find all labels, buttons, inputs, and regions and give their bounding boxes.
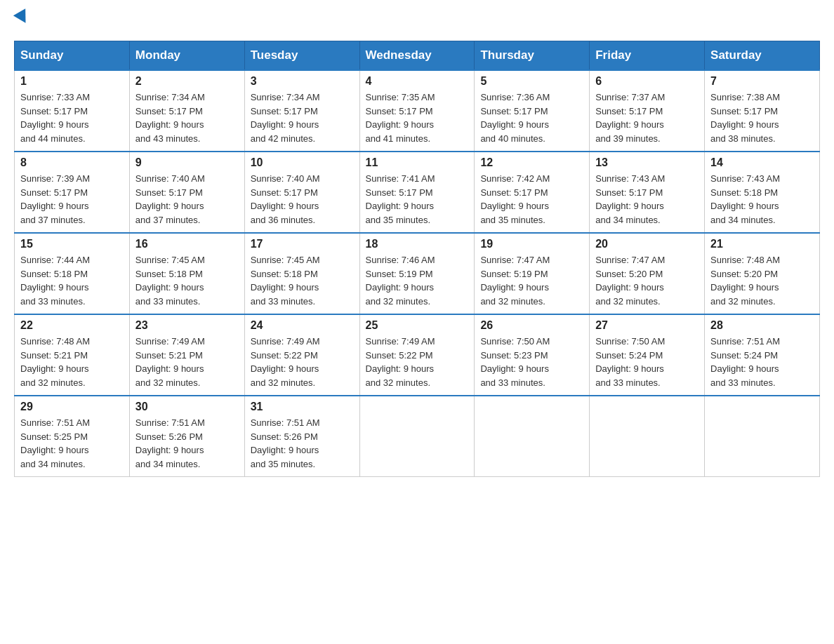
table-row bbox=[590, 396, 705, 477]
day-info: Sunrise: 7:39 AM Sunset: 5:17 PM Dayligh… bbox=[20, 172, 124, 227]
day-info: Sunrise: 7:49 AM Sunset: 5:21 PM Dayligh… bbox=[135, 335, 239, 389]
table-row: 14 Sunrise: 7:43 AM Sunset: 5:18 PM Dayl… bbox=[705, 152, 820, 233]
table-row: 19 Sunrise: 7:47 AM Sunset: 5:19 PM Dayl… bbox=[475, 233, 590, 314]
table-row: 7 Sunrise: 7:38 AM Sunset: 5:17 PM Dayli… bbox=[705, 70, 820, 152]
day-number: 25 bbox=[366, 319, 469, 332]
day-info: Sunrise: 7:43 AM Sunset: 5:18 PM Dayligh… bbox=[710, 172, 814, 227]
day-info: Sunrise: 7:45 AM Sunset: 5:18 PM Dayligh… bbox=[251, 253, 354, 308]
table-row: 5 Sunrise: 7:36 AM Sunset: 5:17 PM Dayli… bbox=[475, 70, 590, 152]
day-number: 3 bbox=[251, 75, 354, 88]
table-row: 8 Sunrise: 7:39 AM Sunset: 5:17 PM Dayli… bbox=[15, 152, 130, 233]
table-row: 17 Sunrise: 7:45 AM Sunset: 5:18 PM Dayl… bbox=[244, 233, 359, 314]
col-monday: Monday bbox=[129, 41, 244, 71]
day-number: 23 bbox=[135, 319, 239, 332]
day-info: Sunrise: 7:43 AM Sunset: 5:17 PM Dayligh… bbox=[595, 172, 699, 227]
table-row bbox=[475, 396, 590, 477]
day-info: Sunrise: 7:35 AM Sunset: 5:17 PM Dayligh… bbox=[366, 90, 469, 145]
table-row: 6 Sunrise: 7:37 AM Sunset: 5:17 PM Dayli… bbox=[590, 70, 705, 152]
day-number: 16 bbox=[135, 238, 239, 250]
day-info: Sunrise: 7:36 AM Sunset: 5:17 PM Dayligh… bbox=[480, 90, 583, 145]
day-info: Sunrise: 7:34 AM Sunset: 5:17 PM Dayligh… bbox=[135, 90, 239, 145]
col-tuesday: Tuesday bbox=[244, 41, 359, 71]
day-info: Sunrise: 7:33 AM Sunset: 5:17 PM Dayligh… bbox=[20, 90, 124, 145]
day-info: Sunrise: 7:49 AM Sunset: 5:22 PM Dayligh… bbox=[251, 335, 354, 389]
calendar-table: Sunday Monday Tuesday Wednesday Thursday… bbox=[14, 41, 820, 477]
table-row: 27 Sunrise: 7:50 AM Sunset: 5:24 PM Dayl… bbox=[590, 314, 705, 396]
day-info: Sunrise: 7:48 AM Sunset: 5:21 PM Dayligh… bbox=[20, 335, 124, 389]
table-row: 21 Sunrise: 7:48 AM Sunset: 5:20 PM Dayl… bbox=[705, 233, 820, 314]
table-row: 11 Sunrise: 7:41 AM Sunset: 5:17 PM Dayl… bbox=[359, 152, 475, 233]
day-number: 27 bbox=[595, 319, 699, 332]
day-number: 1 bbox=[20, 75, 124, 88]
day-info: Sunrise: 7:34 AM Sunset: 5:17 PM Dayligh… bbox=[251, 90, 354, 145]
day-number: 14 bbox=[710, 156, 814, 169]
day-info: Sunrise: 7:51 AM Sunset: 5:26 PM Dayligh… bbox=[135, 416, 239, 471]
table-row: 4 Sunrise: 7:35 AM Sunset: 5:17 PM Dayli… bbox=[359, 70, 475, 152]
col-wednesday: Wednesday bbox=[359, 41, 475, 71]
day-number: 24 bbox=[251, 319, 354, 332]
table-row: 25 Sunrise: 7:49 AM Sunset: 5:22 PM Dayl… bbox=[359, 314, 475, 396]
calendar-header-row: Sunday Monday Tuesday Wednesday Thursday… bbox=[15, 41, 820, 71]
day-number: 28 bbox=[710, 319, 814, 332]
day-number: 8 bbox=[20, 156, 124, 169]
col-thursday: Thursday bbox=[475, 41, 590, 71]
col-friday: Friday bbox=[590, 41, 705, 71]
week-row-3: 15 Sunrise: 7:44 AM Sunset: 5:18 PM Dayl… bbox=[15, 233, 820, 314]
day-number: 13 bbox=[595, 156, 699, 169]
day-info: Sunrise: 7:50 AM Sunset: 5:23 PM Dayligh… bbox=[480, 335, 583, 389]
day-number: 10 bbox=[251, 156, 354, 169]
day-info: Sunrise: 7:45 AM Sunset: 5:18 PM Dayligh… bbox=[135, 253, 239, 308]
day-info: Sunrise: 7:50 AM Sunset: 5:24 PM Dayligh… bbox=[595, 335, 699, 389]
table-row: 3 Sunrise: 7:34 AM Sunset: 5:17 PM Dayli… bbox=[244, 70, 359, 152]
table-row: 22 Sunrise: 7:48 AM Sunset: 5:21 PM Dayl… bbox=[15, 314, 130, 396]
day-info: Sunrise: 7:47 AM Sunset: 5:19 PM Dayligh… bbox=[480, 253, 583, 308]
day-info: Sunrise: 7:37 AM Sunset: 5:17 PM Dayligh… bbox=[595, 90, 699, 145]
table-row: 28 Sunrise: 7:51 AM Sunset: 5:24 PM Dayl… bbox=[705, 314, 820, 396]
day-number: 9 bbox=[135, 156, 239, 169]
table-row: 2 Sunrise: 7:34 AM Sunset: 5:17 PM Dayli… bbox=[129, 70, 244, 152]
table-row: 10 Sunrise: 7:40 AM Sunset: 5:17 PM Dayl… bbox=[244, 152, 359, 233]
table-row: 31 Sunrise: 7:51 AM Sunset: 5:26 PM Dayl… bbox=[244, 396, 359, 477]
day-info: Sunrise: 7:51 AM Sunset: 5:24 PM Dayligh… bbox=[710, 335, 814, 389]
page-header bbox=[14, 14, 820, 27]
table-row bbox=[359, 396, 475, 477]
day-info: Sunrise: 7:49 AM Sunset: 5:22 PM Dayligh… bbox=[366, 335, 469, 389]
day-info: Sunrise: 7:51 AM Sunset: 5:25 PM Dayligh… bbox=[20, 416, 124, 471]
logo-triangle-icon bbox=[13, 8, 32, 27]
table-row: 12 Sunrise: 7:42 AM Sunset: 5:17 PM Dayl… bbox=[475, 152, 590, 233]
day-info: Sunrise: 7:42 AM Sunset: 5:17 PM Dayligh… bbox=[480, 172, 583, 227]
table-row: 15 Sunrise: 7:44 AM Sunset: 5:18 PM Dayl… bbox=[15, 233, 130, 314]
day-number: 11 bbox=[366, 156, 469, 169]
day-info: Sunrise: 7:51 AM Sunset: 5:26 PM Dayligh… bbox=[251, 416, 354, 471]
week-row-5: 29 Sunrise: 7:51 AM Sunset: 5:25 PM Dayl… bbox=[15, 396, 820, 477]
table-row: 26 Sunrise: 7:50 AM Sunset: 5:23 PM Dayl… bbox=[475, 314, 590, 396]
table-row bbox=[705, 396, 820, 477]
day-info: Sunrise: 7:44 AM Sunset: 5:18 PM Dayligh… bbox=[20, 253, 124, 308]
day-info: Sunrise: 7:40 AM Sunset: 5:17 PM Dayligh… bbox=[135, 172, 239, 227]
day-info: Sunrise: 7:40 AM Sunset: 5:17 PM Dayligh… bbox=[251, 172, 354, 227]
table-row: 29 Sunrise: 7:51 AM Sunset: 5:25 PM Dayl… bbox=[15, 396, 130, 477]
day-info: Sunrise: 7:47 AM Sunset: 5:20 PM Dayligh… bbox=[595, 253, 699, 308]
col-saturday: Saturday bbox=[705, 41, 820, 71]
day-number: 29 bbox=[20, 401, 124, 413]
table-row: 20 Sunrise: 7:47 AM Sunset: 5:20 PM Dayl… bbox=[590, 233, 705, 314]
day-number: 2 bbox=[135, 75, 239, 88]
day-number: 20 bbox=[595, 238, 699, 250]
day-number: 7 bbox=[710, 75, 814, 88]
day-number: 30 bbox=[135, 401, 239, 413]
table-row: 30 Sunrise: 7:51 AM Sunset: 5:26 PM Dayl… bbox=[129, 396, 244, 477]
day-number: 26 bbox=[480, 319, 583, 332]
day-info: Sunrise: 7:46 AM Sunset: 5:19 PM Dayligh… bbox=[366, 253, 469, 308]
day-number: 4 bbox=[366, 75, 469, 88]
table-row: 1 Sunrise: 7:33 AM Sunset: 5:17 PM Dayli… bbox=[15, 70, 130, 152]
day-number: 22 bbox=[20, 319, 124, 332]
day-number: 17 bbox=[251, 238, 354, 250]
week-row-2: 8 Sunrise: 7:39 AM Sunset: 5:17 PM Dayli… bbox=[15, 152, 820, 233]
day-number: 18 bbox=[366, 238, 469, 250]
day-number: 6 bbox=[595, 75, 699, 88]
day-number: 5 bbox=[480, 75, 583, 88]
col-sunday: Sunday bbox=[15, 41, 130, 71]
table-row: 9 Sunrise: 7:40 AM Sunset: 5:17 PM Dayli… bbox=[129, 152, 244, 233]
table-row: 23 Sunrise: 7:49 AM Sunset: 5:21 PM Dayl… bbox=[129, 314, 244, 396]
logo bbox=[14, 14, 29, 27]
